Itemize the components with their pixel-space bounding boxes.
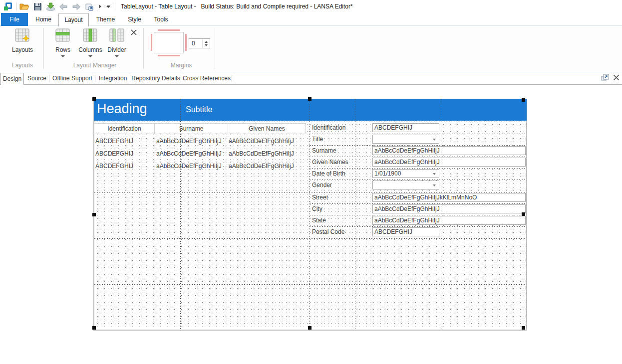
field-value: aAbBcCdDeEfFgGhHiIjJ [374, 159, 440, 166]
margin-left-mark [151, 34, 152, 51]
layouts-grid-icon [15, 28, 30, 45]
group-label-margins: Margins [159, 62, 204, 69]
columns-dropdown-arrow-icon[interactable] [88, 55, 92, 57]
form-textbox-identification[interactable]: ABCDEFGHIJ [372, 123, 439, 132]
doc-tab-separator [95, 75, 95, 82]
form-dropdown-date-of-birth[interactable]: 1/01/1900 [372, 169, 439, 178]
rows-grid-icon [55, 28, 70, 45]
tab-tools[interactable]: Tools [149, 13, 173, 26]
selection-handle-top-center[interactable] [308, 97, 311, 101]
selection-handle-bottom-right[interactable] [522, 326, 525, 330]
form-textbox-city[interactable]: aAbBcCdDeEfFgGhHiIjJ [372, 204, 526, 213]
form-dropdown-gender[interactable] [372, 181, 439, 189]
layouts-button-label: Layouts [12, 46, 33, 53]
field-value: aAbBcCdDeEfFgGhHiIjJkKlLmMnNoO [374, 194, 477, 201]
selection-handle-top-left[interactable] [92, 97, 96, 101]
form-textbox-given-names[interactable]: aAbBcCdDeEfFgGhHiIjJ [372, 158, 526, 167]
list-cell[interactable]: aAbBcCdDeEfFgGhHiIjJ [229, 138, 294, 145]
forward-arrow-icon[interactable] [70, 1, 82, 12]
margin-right-mark [185, 34, 187, 51]
columns-button-label: Columns [78, 46, 102, 53]
list-cell[interactable]: ABCDEFGHIJ [95, 150, 133, 157]
selection-handle-bottom-center[interactable] [308, 326, 311, 330]
form-label-identification: Identification [312, 123, 368, 132]
open-folder-icon[interactable] [18, 1, 30, 12]
open-in-new-window-icon[interactable] [83, 1, 95, 12]
banner-panel[interactable]: Heading Subtitle [94, 99, 527, 121]
spin-down-icon[interactable] [205, 44, 208, 46]
tab-style[interactable]: Style [122, 13, 147, 26]
divider-button[interactable]: Divider [105, 28, 129, 57]
form-label-title: Title [312, 135, 368, 144]
document-tab-strip: Design Source Offline Support Integratio… [0, 72, 622, 85]
margin-bottom-mark [158, 55, 180, 56]
list-cell[interactable]: ABCDEFGHIJ [95, 163, 133, 170]
toolbar-options-icon[interactable] [104, 1, 112, 12]
group-separator [43, 28, 44, 69]
back-arrow-icon[interactable] [57, 1, 69, 12]
design-canvas[interactable]: Heading Subtitle Identification Surname … [0, 85, 622, 364]
doc-tab-cross-references[interactable]: Cross References [182, 73, 231, 84]
float-window-icon[interactable] [601, 73, 610, 82]
doc-tab-separator [232, 75, 232, 82]
table-layout-widget[interactable]: Heading Subtitle Identification Surname … [94, 99, 527, 331]
margins-preview-icon [154, 32, 184, 53]
tab-layout[interactable]: Layout [58, 13, 89, 26]
group-label-layouts: Layouts [5, 62, 40, 69]
form-row-divider-line [310, 203, 527, 204]
form-label-surname: Surname [312, 146, 368, 155]
row-divider-line [94, 192, 526, 193]
field-value: aAbBcCdDeEfFgGhHiIjJ [374, 147, 440, 154]
form-textbox-postal-code[interactable]: ABCDEFGHIJ [372, 227, 439, 236]
spinner-arrows[interactable] [202, 39, 210, 48]
ribbon-layout-panel: Layouts Layouts Rows Columns Divider [0, 26, 622, 72]
selection-handle-top-right[interactable] [522, 98, 525, 102]
list-column-header[interactable]: Surname [154, 123, 228, 134]
doc-tab-design[interactable]: Design [0, 73, 24, 85]
form-label-gender: Gender [312, 181, 368, 189]
form-textbox-street[interactable]: aAbBcCdDeEfFgGhHiIjJkKlLmMnNoO [372, 193, 526, 202]
lansa-editor-window: TableLayout - Table Layout - Build Statu… [0, 0, 622, 364]
tab-file[interactable]: File [1, 13, 28, 26]
divider-dropdown-arrow-icon[interactable] [115, 55, 119, 57]
spin-up-icon[interactable] [205, 41, 208, 43]
margins-value[interactable]: 0 [189, 39, 202, 48]
row-divider-line [94, 284, 526, 285]
banner-subtitle[interactable]: Subtitle [186, 105, 212, 114]
rows-dropdown-arrow-icon[interactable] [61, 55, 65, 57]
lansa-logo-icon [2, 1, 14, 12]
form-dropdown-title[interactable] [372, 135, 439, 144]
save-icon[interactable] [31, 1, 43, 12]
list-cell[interactable]: ABCDEFGHIJ [95, 138, 133, 145]
form-label-postal-code: Postal Code [312, 227, 368, 236]
expand-arrow-icon[interactable] [96, 1, 103, 12]
margins-spinner[interactable]: 0 [189, 38, 210, 48]
window-title: TableLayout - Table Layout - Build Statu… [121, 0, 353, 13]
selection-handle-middle-left[interactable] [92, 213, 96, 216]
doc-tab-source[interactable]: Source [26, 73, 48, 84]
selection-handle-middle-right[interactable] [522, 212, 525, 216]
tab-home[interactable]: Home [30, 13, 57, 26]
form-label-date-of-birth: Date of Birth [312, 169, 368, 178]
ribbon-close-icon[interactable] [130, 28, 138, 36]
form-textbox-state[interactable]: aAbBcCdDeEfFgGhHiIjJ [372, 216, 526, 225]
close-view-icon[interactable] [613, 74, 620, 81]
doc-tab-offline-support[interactable]: Offline Support [50, 73, 94, 84]
list-cell[interactable]: aAbBcCdDeEfFgGhHiIjJ [156, 150, 222, 157]
tab-theme[interactable]: Theme [91, 13, 120, 26]
selection-handle-bottom-left[interactable] [92, 326, 96, 330]
list-column-header[interactable]: Identification [94, 123, 155, 134]
list-cell[interactable]: aAbBcCdDeEfFgGhHiIjJ [229, 150, 294, 157]
list-cell[interactable]: aAbBcCdDeEfFgGhHiIjJ [156, 163, 222, 170]
list-cell[interactable]: aAbBcCdDeEfFgGhHiIjJ [156, 138, 222, 145]
layouts-button[interactable]: Layouts [8, 28, 37, 53]
check-in-icon[interactable] [44, 1, 56, 12]
banner-heading[interactable]: Heading [97, 101, 147, 117]
doc-tab-integration[interactable]: Integration [96, 73, 129, 84]
rows-button[interactable]: Rows [52, 28, 74, 57]
form-textbox-surname[interactable]: aAbBcCdDeEfFgGhHiIjJ [372, 146, 526, 155]
list-column-header[interactable]: Given Names [228, 123, 306, 134]
columns-button[interactable]: Columns [76, 28, 105, 57]
doc-tab-repository-details[interactable]: Repository Details [131, 73, 180, 84]
list-cell[interactable]: aAbBcCdDeEfFgGhHiIjJ [229, 163, 294, 170]
